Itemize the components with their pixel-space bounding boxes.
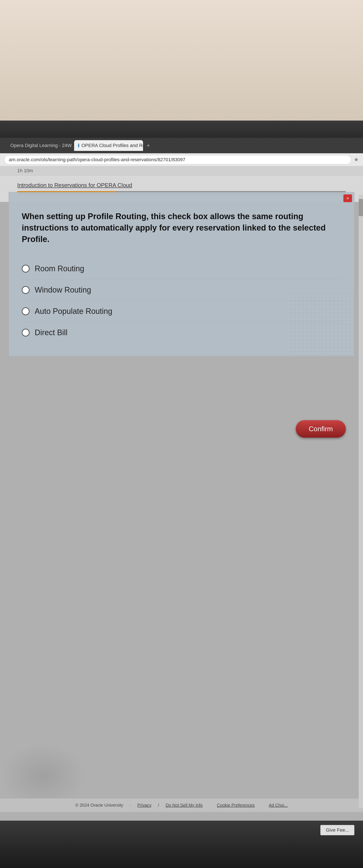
modal-close-button[interactable]: ×	[343, 194, 352, 202]
footer-links: © 2024 Oracle University · Privacy / Do …	[17, 803, 346, 808]
browser-window: Opera Digital Learning - 24W × OPERA Clo…	[0, 138, 363, 166]
info-bar: 1h 10m	[0, 166, 363, 176]
footer-do-not-sell-link[interactable]: Do Not Sell My Info	[166, 803, 203, 808]
new-tab-button[interactable]: +	[144, 142, 153, 149]
laptop-bezel-top	[0, 121, 363, 138]
radio-circle-room-routing	[22, 265, 30, 273]
quiz-modal: × When setting up Profile Routing, this …	[9, 192, 354, 356]
address-input[interactable]: am.oracle.com/ols/learning-path/opera-cl…	[4, 155, 351, 164]
footer-ad-choices-link[interactable]: Ad Choi...	[269, 803, 288, 808]
question-text: When setting up Profile Routing, this ch…	[22, 211, 341, 245]
option-label-window-routing: Window Routing	[35, 285, 91, 294]
footer-privacy-link[interactable]: Privacy	[138, 803, 152, 808]
radio-circle-auto-populate	[22, 307, 30, 315]
wall-area	[0, 0, 363, 121]
footer-separator-3	[209, 803, 210, 808]
footer-copyright: © 2024 Oracle University	[75, 803, 123, 808]
tab-bar: Opera Digital Learning - 24W × OPERA Clo…	[0, 138, 363, 153]
option-label-auto-populate-routing: Auto Populate Routing	[35, 307, 112, 316]
confirm-button[interactable]: Confirm	[296, 420, 346, 438]
option-label-room-routing: Room Routing	[35, 264, 84, 273]
scrollbar[interactable]	[359, 195, 363, 808]
footer-cookie-prefs-link[interactable]: Cookie Preferences	[217, 803, 255, 808]
page-content: 1h 10m Introduction to Reservations for …	[0, 166, 363, 855]
footer-separator-2: /	[158, 803, 159, 808]
footer-area: © 2024 Oracle University · Privacy / Do …	[0, 798, 363, 812]
course-title: Introduction to Reservations for OPERA C…	[17, 182, 132, 188]
radio-circle-direct-bill	[22, 329, 30, 337]
laptop-bottom-bezel: Give Fee...	[0, 820, 363, 868]
scrollbar-thumb[interactable]	[359, 199, 363, 216]
tab-opera-digital-learning[interactable]: Opera Digital Learning - 24W ×	[4, 140, 73, 151]
address-text: am.oracle.com/ols/learning-path/opera-cl…	[9, 157, 185, 162]
option-room-routing[interactable]: Room Routing	[22, 258, 341, 279]
address-bar: am.oracle.com/ols/learning-path/opera-cl…	[0, 153, 363, 166]
confirm-button-area: Confirm	[296, 420, 346, 438]
bottom-figures-decoration	[0, 743, 86, 808]
radio-circle-window-routing	[22, 286, 30, 294]
footer-separator-1: ·	[130, 803, 131, 808]
bookmark-star-icon[interactable]: ★	[354, 156, 359, 163]
footer-separator-4	[261, 803, 263, 808]
modal-header: ×	[9, 192, 354, 202]
tab-opera-cloud-profiles[interactable]: OPERA Cloud Profiles and Res ×	[74, 140, 143, 151]
modal-body: When setting up Profile Routing, this ch…	[9, 202, 354, 356]
tab-label-1: Opera Digital Learning - 24W	[10, 143, 72, 148]
tab-icon-opera-cloud	[78, 143, 79, 148]
tab-label-2: OPERA Cloud Profiles and Res	[82, 143, 143, 148]
option-label-direct-bill: Direct Bill	[35, 328, 67, 337]
give-feedback-button[interactable]: Give Fee...	[320, 825, 354, 835]
dotted-pattern-decoration	[290, 291, 354, 356]
duration-text: 1h 10m	[17, 168, 33, 173]
